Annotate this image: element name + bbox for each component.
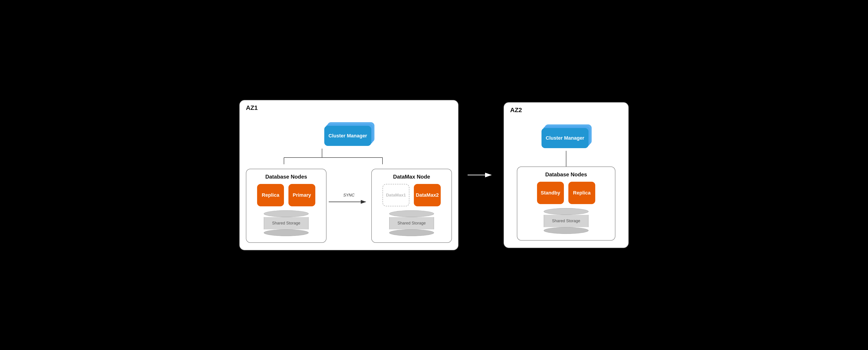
az1-primary-label: Primary [293,192,311,198]
az1-storage-container: Shared Storage [252,210,321,236]
az1-cluster-manager-group: Cluster Manager [324,122,374,147]
az1-datamax1-label: DataMax1 [386,193,406,198]
az1-cyl-top [264,210,309,217]
az2-cyl-body: Shared Storage [544,215,589,227]
az1-label: AZ1 [246,104,258,112]
az2-replica-node: Replica [568,182,595,204]
az1-cylinder: Shared Storage [264,210,309,236]
az1-az2-arrow-svg [468,172,494,178]
az2-cylinder: Shared Storage [544,208,589,234]
az1-storage-label: Shared Storage [272,221,300,226]
az2-replica-label: Replica [573,190,591,196]
az1-primary-node: Primary [288,184,315,206]
az2-cm-label: Cluster Manager [546,135,584,141]
az1-replica-label: Replica [262,192,279,198]
az2-cyl-top [544,208,589,215]
sync-label: SYNC [343,193,354,198]
az2-db-nodes-label: Database Nodes [523,171,610,178]
az1-cm-label: Cluster Manager [329,133,367,139]
az2-label: AZ2 [510,106,522,114]
az1-inner: Cluster Manager Database Nodes [246,120,452,243]
az1-nodes-row: Replica Primary [252,184,321,206]
az2-standby-node: Standby [537,182,564,204]
az1-connector-svg [257,149,441,164]
az1-cyl-body: Shared Storage [264,217,309,229]
az1-datamax2-node: DataMax2 [414,184,441,206]
az1-datamax-cyl-bottom [389,229,434,236]
az2-nodes-row: Standby Replica [523,182,610,204]
az1-datamax1-node: DataMax1 [382,184,409,206]
az2-cluster-manager-stack: Cluster Manager [541,124,591,149]
az1-db-nodes-label: Database Nodes [252,174,321,180]
az1-datamax-storage-container: Shared Storage [377,210,446,236]
az1-db-nodes-box: Database Nodes Replica Primary [246,169,327,243]
az2-cluster-manager-card: Cluster Manager [541,128,589,148]
az1-datamax-cylinder: Shared Storage [389,210,434,236]
az2-connector-svg [513,151,620,166]
diagram-container: AZ1 Cluster Manager [230,91,638,259]
az1-datamax2-label: DataMax2 [416,192,439,198]
az1-datamax-box: DataMax Node DataMax1 DataMax2 [371,169,452,243]
az1-datamax-nodes-row: DataMax1 DataMax2 [377,184,446,206]
az2-inner: Cluster Manager Database Nodes Standby R… [510,122,622,241]
az1-datamax-storage-label: Shared Storage [398,221,426,226]
az2-storage-label: Shared Storage [552,219,580,223]
sync-area: SYNC [327,193,371,219]
az1-cluster-manager-card: Cluster Manager [324,126,371,146]
az2-storage-container: Shared Storage [523,208,610,234]
sync-arrow-svg [329,198,369,205]
az2-box: AZ2 Cluster Manager Database Nodes [503,102,629,248]
az1-replica-node: Replica [257,184,284,206]
az1-cyl-bottom [264,229,309,236]
az1-cluster-manager-stack: Cluster Manager [324,122,374,147]
az1-box: AZ1 Cluster Manager [239,100,459,250]
az1-datamax-cyl-body: Shared Storage [389,217,434,229]
az1-az2-connector [468,172,494,178]
az1-bottom-row: Database Nodes Replica Primary [246,169,452,243]
az1-datamax-label: DataMax Node [377,174,446,180]
az2-cluster-manager-group: Cluster Manager [541,124,591,149]
az2-db-nodes-box: Database Nodes Standby Replica Shared St… [517,166,615,241]
az1-datamax-cyl-top [389,210,434,217]
az2-cyl-bottom [544,227,589,234]
az2-standby-label: Standby [541,190,560,196]
